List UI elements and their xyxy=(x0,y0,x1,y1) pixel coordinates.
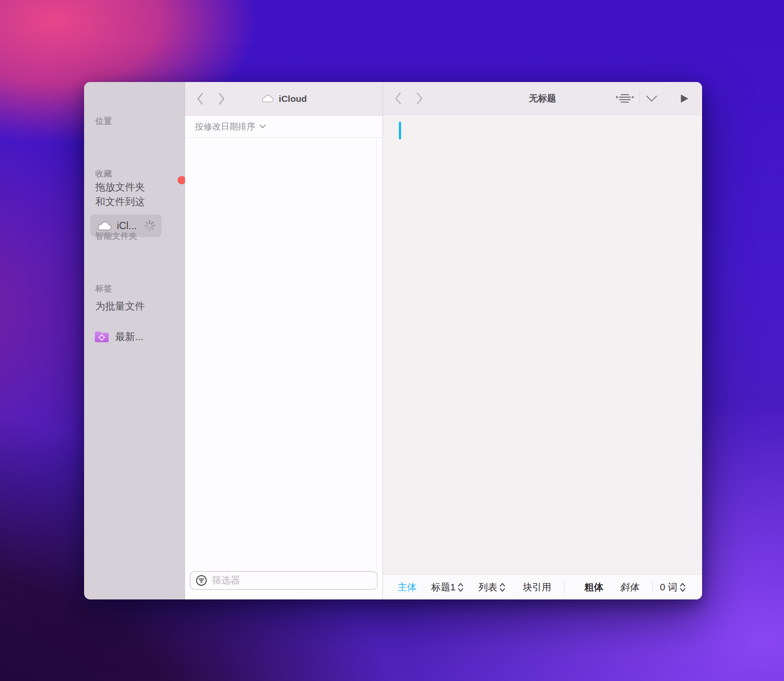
sidebar-section-favorites: 收藏 xyxy=(95,168,112,180)
chevron-down-icon[interactable] xyxy=(646,95,658,102)
play-export-icon[interactable] xyxy=(680,94,689,104)
format-bold-button[interactable]: 粗体 xyxy=(584,581,603,594)
editor-text-area[interactable] xyxy=(383,115,702,574)
smart-folder-icon xyxy=(94,330,110,344)
format-list-button[interactable]: 列表 xyxy=(478,581,505,594)
cloud-icon xyxy=(260,94,274,103)
loading-spinner-icon xyxy=(143,219,156,232)
back-button[interactable] xyxy=(196,92,204,106)
app-window: 位置 iCl... xyxy=(84,82,702,599)
word-count-dropdown[interactable]: 0 词 xyxy=(660,581,685,594)
text-cursor xyxy=(399,122,401,139)
updown-chevron-icon xyxy=(458,582,464,593)
favorites-drop-hint: 拖放文件夹 和文件到这 xyxy=(95,180,145,209)
format-bar-divider xyxy=(652,581,653,594)
editor-header: 无标题 xyxy=(383,82,702,115)
forward-button[interactable] xyxy=(217,92,226,106)
filter-icon xyxy=(196,575,207,586)
format-blockquote-button[interactable]: 块引用 xyxy=(523,581,551,594)
desktop-wallpaper: 位置 iCl... xyxy=(0,0,784,681)
header-divider xyxy=(640,91,640,105)
file-list-pane: iCloud 按修改日期排序 xyxy=(185,82,383,599)
forward-button[interactable] xyxy=(415,91,424,105)
tags-hint: 为批量文件 xyxy=(95,299,145,313)
sort-order-dropdown[interactable]: 按修改日期排序 xyxy=(185,115,383,138)
back-button[interactable] xyxy=(394,91,402,105)
filter-bar xyxy=(185,571,383,599)
view-settings-icon[interactable] xyxy=(616,92,634,105)
sidebar-item-label: iCl... xyxy=(117,220,138,232)
chevron-down-icon xyxy=(259,124,266,129)
sidebar-section-smart-folders: 智能文件夹 xyxy=(95,230,138,242)
format-body-button[interactable]: 主体 xyxy=(398,581,417,594)
filter-input[interactable] xyxy=(212,575,372,586)
sidebar-item-label: 最新... xyxy=(115,330,143,344)
format-italic-button[interactable]: 斜体 xyxy=(621,581,640,594)
filter-input-box[interactable] xyxy=(190,571,378,590)
updown-chevron-icon xyxy=(499,582,505,593)
format-bar: 主体 标题1 列表 块引用 粗体 斜体 xyxy=(383,574,702,599)
format-bar-divider xyxy=(564,581,564,594)
file-list-header: iCloud xyxy=(185,82,383,115)
cloud-icon xyxy=(96,221,112,231)
sidebar-section-tags: 标签 xyxy=(95,283,112,294)
sidebar-item-recent[interactable]: 最新... xyxy=(94,330,143,344)
updown-chevron-icon xyxy=(680,582,686,593)
format-heading1-button[interactable]: 标题1 xyxy=(431,581,464,594)
file-list-empty-area[interactable] xyxy=(185,138,383,571)
sidebar: 位置 iCl... xyxy=(84,82,185,599)
editor-pane: 无标题 xyxy=(383,82,702,599)
sidebar-section-locations: 位置 xyxy=(95,116,112,127)
